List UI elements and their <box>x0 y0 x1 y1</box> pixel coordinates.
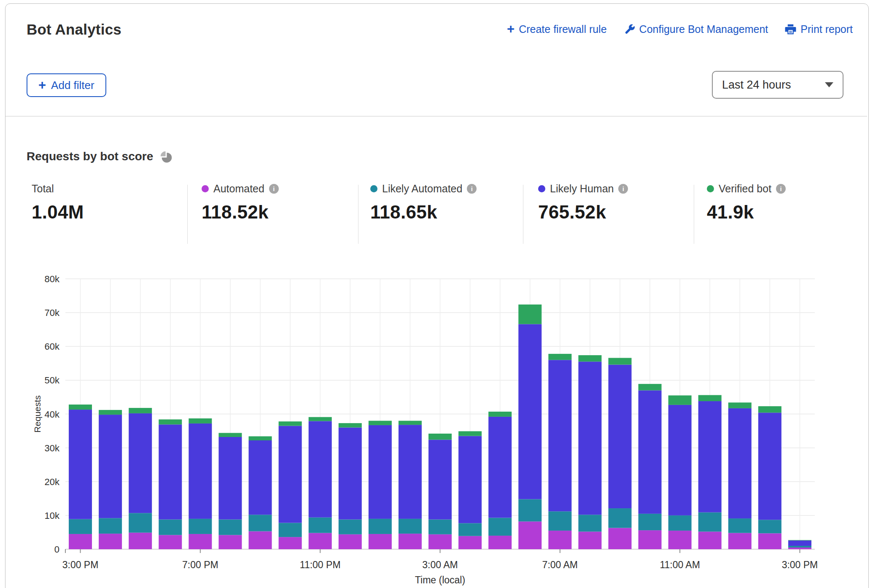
bar-segment[interactable] <box>578 515 601 531</box>
bar-segment[interactable] <box>488 536 512 549</box>
bar-segment[interactable] <box>458 436 482 523</box>
time-range-dropdown[interactable]: Last 24 hours <box>712 71 843 99</box>
bar-segment[interactable] <box>399 425 422 519</box>
bar-segment[interactable] <box>518 499 542 521</box>
bar-segment[interactable] <box>518 324 542 499</box>
bar-segment[interactable] <box>399 421 422 425</box>
bar-segment[interactable] <box>639 530 662 549</box>
bar-segment[interactable] <box>99 415 122 518</box>
bar-segment[interactable] <box>728 533 752 549</box>
bar-segment[interactable] <box>309 421 332 517</box>
bar-segment[interactable] <box>668 395 692 405</box>
bar-segment[interactable] <box>518 305 542 324</box>
bar-segment[interactable] <box>548 531 571 549</box>
bar-segment[interactable] <box>249 515 272 531</box>
bar-segment[interactable] <box>788 548 811 549</box>
bar-segment[interactable] <box>369 425 392 519</box>
bar-segment[interactable] <box>758 520 781 533</box>
bar-segment[interactable] <box>189 534 212 549</box>
bar-segment[interactable] <box>309 533 332 549</box>
bar-segment[interactable] <box>428 519 452 534</box>
bar-segment[interactable] <box>488 518 512 535</box>
bar-segment[interactable] <box>159 519 182 535</box>
bar-segment[interactable] <box>608 358 631 364</box>
bar-segment[interactable] <box>668 405 692 515</box>
bar-segment[interactable] <box>339 519 362 534</box>
bar-segment[interactable] <box>639 384 662 390</box>
bar-segment[interactable] <box>69 519 92 534</box>
bar-segment[interactable] <box>218 437 242 520</box>
bar-segment[interactable] <box>698 401 722 512</box>
bar-segment[interactable] <box>339 428 362 520</box>
bar-segment[interactable] <box>428 534 452 549</box>
bar-segment[interactable] <box>69 410 92 519</box>
bar-segment[interactable] <box>698 512 722 532</box>
bar-segment[interactable] <box>129 533 152 549</box>
bar-segment[interactable] <box>458 431 482 436</box>
bar-segment[interactable] <box>189 519 212 534</box>
bar-segment[interactable] <box>728 518 752 533</box>
info-icon[interactable]: i <box>776 184 786 194</box>
bar-segment[interactable] <box>339 423 362 427</box>
bar-segment[interactable] <box>488 417 512 518</box>
bar-segment[interactable] <box>758 413 781 520</box>
bar-segment[interactable] <box>279 421 302 426</box>
bar-segment[interactable] <box>758 406 781 413</box>
bar-segment[interactable] <box>99 410 122 415</box>
add-filter-button[interactable]: + Add filter <box>27 73 106 97</box>
bar-segment[interactable] <box>69 405 92 410</box>
bar-segment[interactable] <box>639 390 662 513</box>
bar-segment[interactable] <box>578 355 601 361</box>
bar-segment[interactable] <box>608 528 631 549</box>
bar-segment[interactable] <box>698 395 722 401</box>
bar-segment[interactable] <box>249 436 272 440</box>
bar-segment[interactable] <box>668 531 692 549</box>
bar-segment[interactable] <box>159 535 182 549</box>
print-report-link[interactable]: Print report <box>785 23 853 35</box>
bar-segment[interactable] <box>728 408 752 518</box>
bar-segment[interactable] <box>578 531 601 549</box>
bar-segment[interactable] <box>159 419 182 424</box>
bar-segment[interactable] <box>428 434 452 440</box>
bar-segment[interactable] <box>218 433 242 437</box>
bar-segment[interactable] <box>189 423 212 519</box>
bar-segment[interactable] <box>309 417 332 421</box>
bar-segment[interactable] <box>369 534 392 549</box>
bar-segment[interactable] <box>548 511 571 531</box>
create-firewall-rule-link[interactable]: + Create firewall rule <box>507 23 607 36</box>
bar-segment[interactable] <box>279 426 302 523</box>
bar-segment[interactable] <box>309 518 332 533</box>
info-icon[interactable]: i <box>269 184 279 194</box>
bar-segment[interactable] <box>608 508 631 528</box>
bar-segment[interactable] <box>788 540 811 546</box>
bar-segment[interactable] <box>218 535 242 549</box>
bar-segment[interactable] <box>668 515 692 531</box>
bar-segment[interactable] <box>129 513 152 532</box>
info-icon[interactable]: i <box>467 184 477 194</box>
bar-segment[interactable] <box>548 354 571 360</box>
bar-segment[interactable] <box>99 534 122 549</box>
bar-segment[interactable] <box>279 537 302 549</box>
configure-bot-management-link[interactable]: Configure Bot Management <box>624 23 768 35</box>
bar-segment[interactable] <box>728 402 752 408</box>
bar-segment[interactable] <box>518 521 542 549</box>
bar-segment[interactable] <box>458 536 482 549</box>
bar-segment[interactable] <box>399 519 422 534</box>
bar-segment[interactable] <box>159 424 182 519</box>
bar-segment[interactable] <box>488 412 512 417</box>
bar-segment[interactable] <box>548 360 571 511</box>
bar-segment[interactable] <box>218 519 242 535</box>
bar-segment[interactable] <box>99 518 122 534</box>
bar-segment[interactable] <box>458 523 482 536</box>
bar-segment[interactable] <box>339 534 362 549</box>
bar-segment[interactable] <box>369 421 392 425</box>
info-icon[interactable]: i <box>618 184 628 194</box>
bar-segment[interactable] <box>578 361 601 515</box>
bar-segment[interactable] <box>369 519 392 534</box>
bar-segment[interactable] <box>639 514 662 530</box>
bar-segment[interactable] <box>249 440 272 515</box>
bar-segment[interactable] <box>608 365 631 509</box>
bar-segment[interactable] <box>428 440 452 519</box>
bar-segment[interactable] <box>249 531 272 549</box>
bar-segment[interactable] <box>788 540 811 540</box>
